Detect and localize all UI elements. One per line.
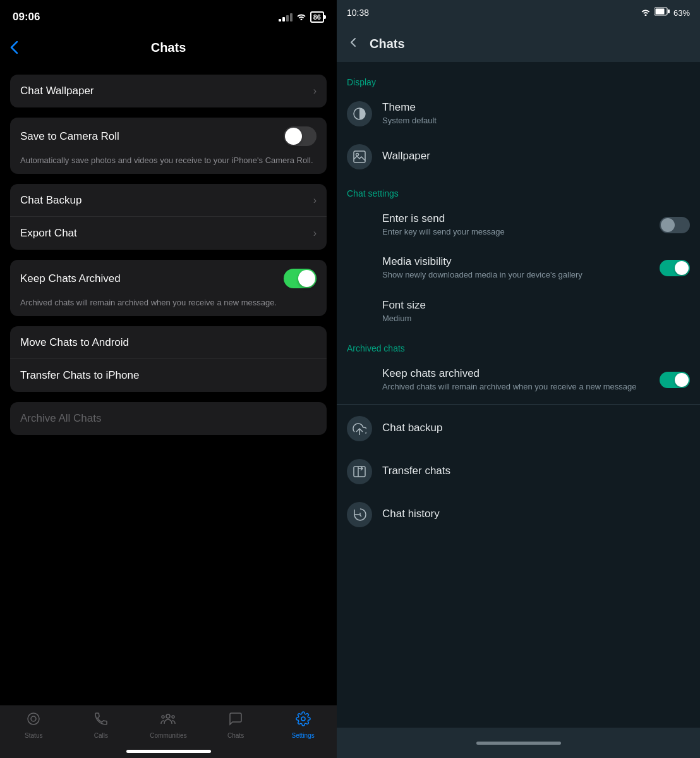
svg-rect-7	[668, 9, 670, 13]
ios-tab-communities[interactable]: Communities	[135, 711, 202, 739]
save-camera-roll-toggle[interactable]	[284, 126, 317, 146]
ios-row-label-move-android: Move Chats to Android	[20, 336, 129, 349]
ios-row-move-android[interactable]: Move Chats to Android	[10, 326, 327, 359]
svg-point-4	[172, 716, 174, 718]
android-item-title-wallpaper: Wallpaper	[382, 150, 690, 162]
android-content: Display Theme System default	[337, 62, 700, 728]
ios-section-save: Save to Camera Roll Automatically save p…	[10, 118, 327, 174]
chevron-right-icon: ›	[313, 228, 317, 239]
android-item-enter-send[interactable]: Enter is send Enter key will send your m…	[337, 204, 700, 247]
ios-tab-bar: Status Calls Communities	[0, 706, 337, 758]
enter-is-send-toggle[interactable]	[660, 217, 690, 233]
android-item-text-keep-archived: Keep chats archived Archived chats will …	[347, 367, 660, 393]
keep-chats-archived-toggle[interactable]	[660, 372, 690, 388]
battery-icon: 86	[310, 11, 324, 23]
android-item-subtitle-font-size: Medium	[382, 313, 690, 324]
android-item-text-transfer-chats: Transfer chats	[382, 465, 690, 479]
chat-history-icon	[347, 502, 372, 527]
android-item-transfer-chats[interactable]: Transfer chats	[337, 450, 700, 493]
svg-point-11	[356, 154, 359, 156]
android-status-icons: 63%	[641, 7, 690, 18]
android-section-header-display: Display	[337, 67, 700, 92]
ios-row-label-save: Save to Camera Roll	[20, 130, 119, 143]
ios-row-transfer-iphone[interactable]: Transfer Chats to iPhone	[10, 359, 327, 392]
android-item-text-theme: Theme System default	[382, 101, 690, 126]
ios-row-save-camera-roll: Save to Camera Roll Automatically save p…	[10, 118, 327, 174]
android-divider	[337, 404, 700, 405]
android-item-subtitle-media-visibility: Show newly downloaded media in your devi…	[382, 269, 660, 281]
android-status-bar: 10:38 63%	[337, 0, 700, 25]
android-item-text-font-size: Font size Medium	[347, 299, 690, 324]
android-item-chat-history[interactable]: Chat history	[337, 493, 700, 536]
wifi-icon	[641, 7, 651, 18]
ios-row-chat-backup[interactable]: Chat Backup ›	[10, 184, 327, 217]
android-page-title: Chats	[370, 37, 405, 51]
svg-point-1	[31, 716, 36, 721]
wallpaper-icon	[347, 144, 372, 169]
ios-row-chat-wallpaper[interactable]: Chat Wallpaper ›	[10, 75, 327, 107]
android-item-title-transfer-chats: Transfer chats	[382, 465, 690, 477]
ios-section-archive-all: Archive All Chats	[10, 402, 327, 435]
keep-chats-archived-toggle[interactable]	[284, 269, 317, 288]
ios-row-label-backup: Chat Backup	[20, 194, 81, 207]
calls-icon	[94, 711, 109, 730]
ios-content: Chat Wallpaper › Save to Camera Roll Aut…	[0, 64, 337, 706]
ios-tab-label-communities: Communities	[150, 732, 186, 739]
android-item-theme[interactable]: Theme System default	[337, 92, 700, 135]
ios-tab-settings[interactable]: Settings	[269, 711, 337, 739]
android-item-title-keep-archived: Keep chats archived	[382, 367, 660, 380]
ios-tab-chats[interactable]: Chats	[202, 711, 270, 739]
android-item-title-media-visibility: Media visibility	[382, 255, 660, 268]
svg-point-2	[166, 714, 170, 718]
android-item-subtitle-enter-send: Enter key will send your message	[382, 226, 660, 238]
theme-icon	[347, 101, 372, 126]
ios-row-label: Chat Wallpaper	[20, 85, 94, 97]
android-item-chat-backup[interactable]: Chat backup	[337, 407, 700, 450]
android-item-keep-archived[interactable]: Keep chats archived Archived chats will …	[337, 358, 700, 401]
chevron-right-icon: ›	[313, 195, 317, 206]
ios-back-button[interactable]	[10, 41, 18, 54]
ios-section-archive: Keep Chats Archived Archived chats will …	[10, 260, 327, 316]
ios-tab-label-chats: Chats	[227, 732, 244, 739]
android-section-header-chat-settings: Chat settings	[337, 178, 700, 204]
android-item-font-size[interactable]: Font size Medium	[337, 290, 700, 333]
android-item-text-chat-history: Chat history	[382, 508, 690, 522]
ios-page-title: Chats	[151, 40, 186, 55]
ios-row-label-keep-archived: Keep Chats Archived	[20, 272, 121, 285]
ios-toggle-description: Automatically save photos and videos you…	[10, 155, 327, 174]
android-item-title-chat-backup: Chat backup	[382, 422, 690, 434]
ios-tab-label-settings: Settings	[292, 732, 315, 739]
android-nav-bar	[337, 728, 700, 758]
svg-point-5	[301, 717, 305, 721]
android-item-title-chat-history: Chat history	[382, 508, 690, 520]
ios-row-label-transfer-iphone: Transfer Chats to iPhone	[20, 369, 139, 382]
ios-tab-label-calls: Calls	[94, 732, 108, 739]
ios-section-wallpaper: Chat Wallpaper ›	[10, 75, 327, 107]
ios-row-export-chat[interactable]: Export Chat ›	[10, 217, 327, 250]
android-item-title-enter-send: Enter is send	[382, 212, 660, 225]
ios-row-label-archive-all: Archive All Chats	[20, 412, 102, 425]
chats-icon	[228, 711, 243, 730]
ios-tab-label-status: Status	[25, 732, 42, 739]
svg-rect-8	[655, 9, 664, 15]
ios-row-archive-all[interactable]: Archive All Chats	[10, 402, 327, 435]
android-item-subtitle-keep-archived: Archived chats will remain archived when…	[382, 381, 660, 393]
ios-tab-status[interactable]: Status	[0, 711, 68, 739]
ios-tab-calls[interactable]: Calls	[68, 711, 135, 739]
signal-bars-icon	[279, 13, 293, 21]
svg-rect-10	[354, 151, 365, 162]
media-visibility-toggle[interactable]	[660, 260, 690, 276]
android-item-wallpaper[interactable]: Wallpaper	[337, 135, 700, 178]
status-icon	[26, 711, 41, 730]
android-item-media-visibility[interactable]: Media visibility Show newly downloaded m…	[337, 247, 700, 290]
android-item-text-media-visibility: Media visibility Show newly downloaded m…	[347, 255, 660, 281]
android-item-subtitle-theme: System default	[382, 115, 690, 126]
battery-percentage: 63%	[673, 8, 690, 18]
android-back-button[interactable]	[347, 36, 359, 52]
android-time: 10:38	[347, 8, 369, 18]
android-section-header-archived: Archived chats	[337, 333, 700, 358]
svg-point-3	[162, 716, 164, 718]
ios-status-icons: 86	[279, 11, 324, 23]
android-toolbar: Chats	[337, 25, 700, 62]
android-home-indicator	[476, 742, 561, 745]
